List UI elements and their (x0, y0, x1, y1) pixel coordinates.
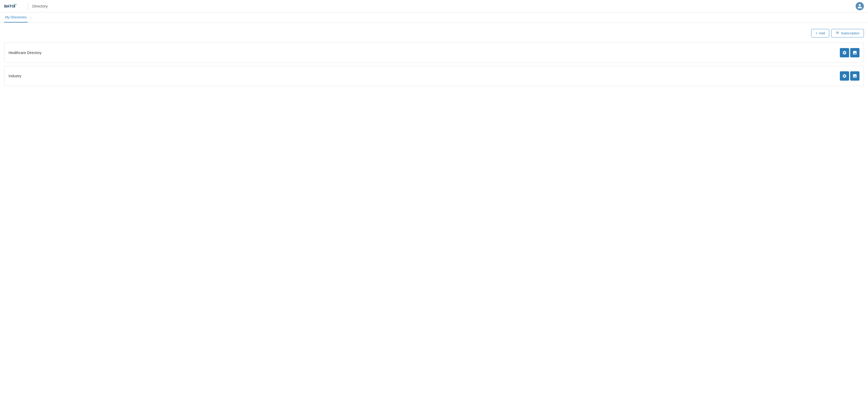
list-icon (836, 31, 839, 35)
svg-text:T: T (9, 4, 11, 8)
header-title: Directory (32, 4, 48, 8)
sub-nav: My Directories › (0, 12, 868, 23)
my-directories-tab[interactable]: My Directories (4, 12, 28, 23)
add-label: Add (819, 31, 825, 35)
subscription-icon (836, 31, 839, 35)
image-icon (852, 73, 857, 78)
batoi-logo-image: B A T O I ® (4, 3, 20, 10)
header-divider (28, 3, 28, 10)
image-button[interactable] (850, 71, 860, 81)
settings-button[interactable] (840, 48, 849, 57)
svg-rect-9 (836, 33, 839, 34)
add-icon: + (815, 31, 817, 35)
image-icon (852, 50, 857, 55)
directory-name: Healthcare Directory (8, 51, 41, 55)
header-right (856, 2, 864, 10)
user-icon (857, 4, 862, 9)
main-content: + Add Subscription Healthcare Directory (0, 23, 868, 95)
toolbar: + Add Subscription (4, 29, 864, 37)
app-header: B A T O I ® Directory (0, 0, 868, 12)
breadcrumb-chevron: › (30, 16, 31, 19)
image-button[interactable] (850, 48, 860, 57)
card-actions (840, 71, 860, 81)
svg-point-5 (14, 4, 16, 5)
subscription-button[interactable]: Subscription (831, 29, 864, 37)
logo[interactable]: B A T O I ® (4, 3, 20, 10)
settings-button[interactable] (840, 71, 849, 81)
add-button[interactable]: + Add (811, 29, 830, 37)
directory-list: Healthcare Directory Industry (4, 42, 864, 86)
card-actions (840, 48, 860, 57)
svg-rect-7 (836, 32, 839, 32)
directory-name: Industry (8, 74, 22, 78)
user-avatar[interactable] (856, 2, 864, 10)
settings-icon (842, 50, 847, 55)
directory-card: Industry (4, 66, 864, 86)
directory-card: Healthcare Directory (4, 42, 864, 63)
svg-text:®: ® (16, 4, 17, 5)
settings-icon (842, 73, 847, 78)
subscription-label: Subscription (841, 31, 860, 35)
